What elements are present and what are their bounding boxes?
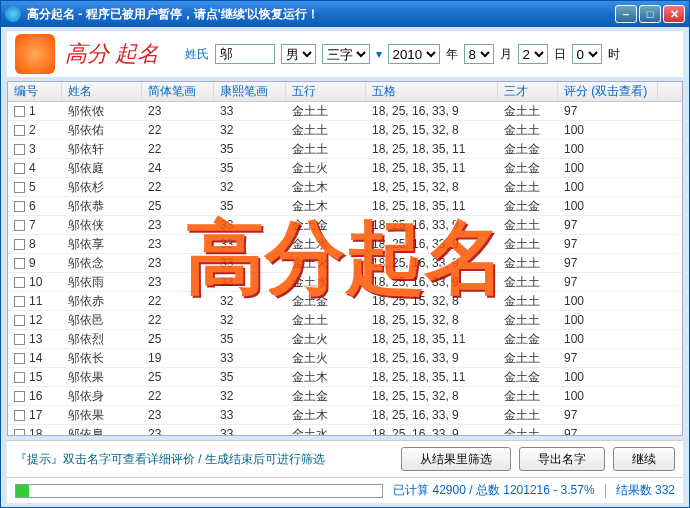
surname-label: 姓氏 [185, 46, 209, 63]
row-checkbox[interactable] [14, 391, 25, 402]
row-checkbox[interactable] [14, 429, 25, 436]
filter-button[interactable]: 从结果里筛选 [401, 447, 511, 471]
table-row[interactable]: 17邬依果2333金土木18, 25, 16, 33, 9金土土97 [8, 406, 682, 425]
table-row[interactable]: 2邬依佑2232金土土18, 25, 15, 32, 8金土土100 [8, 121, 682, 140]
app-window: 高分起名 - 程序已被用户暂停，请点'继续'以恢复运行！ – □ ✕ 高分 起名… [0, 0, 690, 508]
table-row[interactable]: 4邬依庭2435金土火18, 25, 18, 35, 11金土金100 [8, 159, 682, 178]
table-row[interactable]: 8邬依享2333金土水18, 25, 16, 33, 9金土土97 [8, 235, 682, 254]
table-row[interactable]: 14邬依长1933金土火18, 25, 16, 33, 9金土土97 [8, 349, 682, 368]
results-table: 编号 姓名 简体笔画 康熙笔画 五行 五格 三才 评分 (双击查看) 1邬依侬2… [7, 81, 683, 436]
row-checkbox[interactable] [14, 220, 25, 231]
table-row[interactable]: 3邬依轩2235金土土18, 25, 18, 35, 11金土金100 [8, 140, 682, 159]
row-checkbox[interactable] [14, 410, 25, 421]
year-select[interactable]: 2010 [388, 44, 440, 64]
table-row[interactable]: 5邬依杉2232金土木18, 25, 15, 32, 8金土土100 [8, 178, 682, 197]
maximize-button[interactable]: □ [639, 5, 661, 23]
table-row[interactable]: 10邬依雨2333金土水18, 25, 16, 33, 9金土土97 [8, 273, 682, 292]
col-num[interactable]: 编号 [8, 82, 62, 101]
table-body[interactable]: 1邬依侬2333金土土18, 25, 16, 33, 9金土土972邬依佑223… [8, 102, 682, 435]
row-checkbox[interactable] [14, 106, 25, 117]
hour-select[interactable]: 0 [572, 44, 602, 64]
row-checkbox[interactable] [14, 239, 25, 250]
day-select[interactable]: 2 [518, 44, 548, 64]
hour-suffix: 时 [608, 46, 620, 63]
stats-results: 结果数 332 [616, 482, 675, 499]
continue-button[interactable]: 继续 [613, 447, 675, 471]
row-checkbox[interactable] [14, 182, 25, 193]
toolbar: 高分 起名 姓氏 男 三字 ▾ 2010 年 8 月 2 日 0 时 [7, 31, 683, 77]
footer: 『提示』双击名字可查看详细评价 / 生成结束后可进行筛选 从结果里筛选 导出名字… [7, 440, 683, 503]
row-checkbox[interactable] [14, 372, 25, 383]
table-row[interactable]: 15邬依果2535金土木18, 25, 18, 35, 11金土金100 [8, 368, 682, 387]
minimize-button[interactable]: – [615, 5, 637, 23]
table-header: 编号 姓名 简体笔画 康熙笔画 五行 五格 三才 评分 (双击查看) [8, 82, 682, 102]
logo-text: 高分 起名 [65, 43, 159, 65]
row-checkbox[interactable] [14, 163, 25, 174]
month-suffix: 月 [500, 46, 512, 63]
close-button[interactable]: ✕ [663, 5, 685, 23]
row-checkbox[interactable] [14, 144, 25, 155]
col-score[interactable]: 评分 (双击查看) [558, 82, 658, 101]
table-row[interactable]: 16邬依身2232金土金18, 25, 15, 32, 8金土土100 [8, 387, 682, 406]
month-select[interactable]: 8 [464, 44, 494, 64]
row-checkbox[interactable] [14, 296, 25, 307]
export-button[interactable]: 导出名字 [519, 447, 605, 471]
surname-input[interactable] [215, 44, 275, 64]
row-checkbox[interactable] [14, 258, 25, 269]
table-row[interactable]: 11邬依赤2232金土金18, 25, 15, 32, 8金土土100 [8, 292, 682, 311]
progress-bar [15, 484, 383, 498]
progress-fill [16, 485, 29, 497]
year-suffix: 年 [446, 46, 458, 63]
row-checkbox[interactable] [14, 201, 25, 212]
col-wx[interactable]: 五行 [286, 82, 366, 101]
row-checkbox[interactable] [14, 277, 25, 288]
table-row[interactable]: 13邬依烈2535金土火18, 25, 18, 35, 11金土金100 [8, 330, 682, 349]
day-suffix: 日 [554, 46, 566, 63]
table-row[interactable]: 6邬依恭2535金土木18, 25, 18, 35, 11金土金100 [8, 197, 682, 216]
stats-calculated: 已计算 42900 / 总数 1201216 - 3.57% [393, 482, 595, 499]
row-checkbox[interactable] [14, 125, 25, 136]
col-wg[interactable]: 五格 [366, 82, 498, 101]
app-icon [5, 6, 21, 22]
table-row[interactable]: 1邬依侬2333金土土18, 25, 16, 33, 9金土土97 [8, 102, 682, 121]
row-checkbox[interactable] [14, 334, 25, 345]
logo-icon [15, 34, 55, 74]
table-row[interactable]: 12邬依邑2232金土土18, 25, 15, 32, 8金土土100 [8, 311, 682, 330]
table-row[interactable]: 9邬依念2333金土火18, 25, 16, 33, 9金土土97 [8, 254, 682, 273]
col-kx[interactable]: 康熙笔画 [214, 82, 286, 101]
table-row[interactable]: 7邬依侠2333金土金18, 25, 16, 33, 9金土土97 [8, 216, 682, 235]
hint-text: 『提示』双击名字可查看详细评价 / 生成结束后可进行筛选 [15, 451, 393, 468]
titlebar[interactable]: 高分起名 - 程序已被用户暂停，请点'继续'以恢复运行！ – □ ✕ [1, 1, 689, 27]
gender-select[interactable]: 男 [281, 44, 316, 64]
col-name[interactable]: 姓名 [62, 82, 142, 101]
table-row[interactable]: 18邬依阜2333金土水18, 25, 16, 33, 9金土土97 [8, 425, 682, 435]
col-sc[interactable]: 三才 [498, 82, 558, 101]
col-jt[interactable]: 简体笔画 [142, 82, 214, 101]
window-title: 高分起名 - 程序已被用户暂停，请点'继续'以恢复运行！ [27, 6, 615, 23]
chevron-down-icon[interactable]: ▾ [376, 47, 382, 61]
name-length-select[interactable]: 三字 [322, 44, 370, 64]
row-checkbox[interactable] [14, 315, 25, 326]
row-checkbox[interactable] [14, 353, 25, 364]
